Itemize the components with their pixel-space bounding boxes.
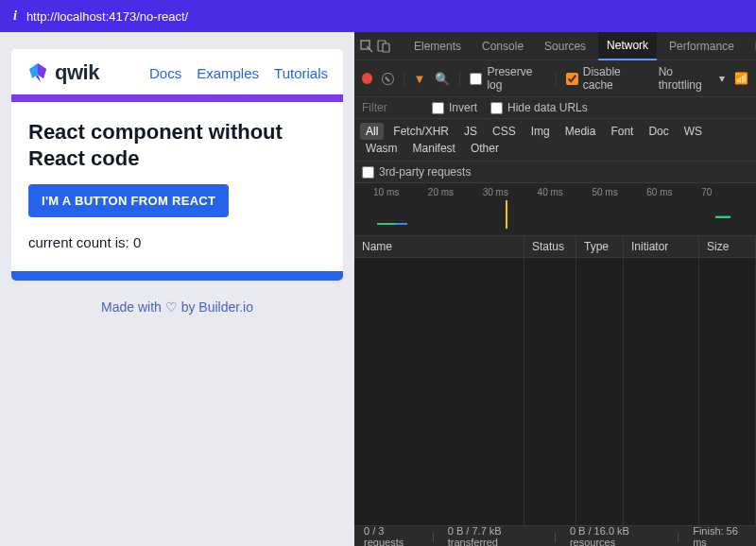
tick-50: 50 ms [592,187,646,197]
type-wasm[interactable]: Wasm [360,140,404,157]
network-status-bar: 0 / 3 requests| 0 B / 7.7 kB transferred… [354,525,756,546]
status-finish: Finish: 56 ms [693,525,747,547]
type-ws[interactable]: WS [679,123,708,140]
resource-type-filters: All Fetch/XHR JS CSS Img Media Font Doc … [354,119,756,162]
status-requests: 0 / 3 requests [364,525,419,547]
preserve-log-label: Preserve log [487,65,545,92]
tab-elements[interactable]: Elements [405,32,470,60]
tick-10: 10 ms [373,187,428,197]
timeline-bar-green [377,200,396,225]
type-font[interactable]: Font [605,123,639,140]
react-button[interactable]: I'M A BUTTON FROM REACT [28,184,229,217]
timeline-ticks: 10 ms 20 ms 30 ms 40 ms 50 ms 60 ms 70 [354,187,756,197]
timeline-bar-right: ▬▬ [715,212,730,236]
tab-sources[interactable]: Sources [536,32,594,60]
footer-accent-strip [11,271,343,281]
status-resources: 0 B / 16.0 kB resources [570,525,663,547]
type-doc[interactable]: Doc [643,123,674,140]
made-with-footer[interactable]: Made with ♡ by Builder.io [11,299,343,315]
third-party-row: 3rd-party requests [354,162,756,183]
type-js[interactable]: JS [458,123,483,140]
chevron-down-icon: ▾ [719,72,725,85]
count-text: current count is: 0 [28,234,326,250]
type-other[interactable]: Other [465,140,505,157]
throttling-label: No throttling [659,65,715,92]
tab-memory[interactable]: Memo [747,32,756,60]
header-accent-strip [11,94,343,102]
network-filter-row: Invert Hide data URLs [354,97,756,119]
timeline-bar-blue [396,200,407,225]
svg-rect-2 [383,43,389,52]
invert-checkbox[interactable]: Invert [432,101,477,114]
type-manifest[interactable]: Manifest [407,140,461,157]
inspect-icon[interactable] [360,39,373,54]
tick-70: 70 [701,187,756,197]
third-party-label: 3rd-party requests [379,165,471,179]
network-timeline[interactable]: 10 ms 20 ms 30 ms 40 ms 50 ms 60 ms 70 ▬… [354,183,756,236]
tab-network[interactable]: Network [598,32,657,60]
timeline-marker [506,200,507,229]
network-toolbar: ▼ 🔍 Preserve log Disable cache No thrott… [354,60,756,97]
col-type[interactable]: Type [576,236,624,257]
type-fetch-xhr[interactable]: Fetch/XHR [387,123,455,140]
qwik-logo[interactable]: qwik [26,60,99,85]
app-header: qwik Docs Examples Tutorials [11,49,343,94]
col-name[interactable]: Name [354,236,524,257]
url-text[interactable]: http://localhost:4173/no-react/ [26,9,188,24]
network-columns: Name Status Type Initiator Size [354,236,756,258]
qwik-logo-text: qwik [55,60,99,85]
card-body: React component without React code I'M A… [11,102,343,271]
network-rows-empty [354,258,756,525]
disable-cache-checkbox[interactable]: Disable cache [566,65,649,92]
search-icon[interactable]: 🔍 [435,72,450,86]
tick-40: 40 ms [538,187,593,197]
tab-performance[interactable]: Performance [661,32,743,60]
tab-console[interactable]: Console [473,32,532,60]
throttling-select[interactable]: No throttling ▾ [659,65,725,92]
qwik-logo-icon [26,61,49,84]
col-initiator[interactable]: Initiator [624,236,699,257]
filter-input[interactable] [362,101,419,114]
info-icon[interactable]: i [13,9,17,24]
status-transferred: 0 B / 7.7 kB transferred [448,525,541,547]
filter-icon[interactable]: ▼ [414,72,426,86]
record-icon[interactable] [362,73,372,84]
hide-data-urls-checkbox[interactable]: Hide data URLs [490,101,588,114]
clear-icon[interactable] [382,73,393,85]
device-icon[interactable] [377,39,390,54]
devtools-tabs: Elements Console Sources Network Perform… [354,32,756,60]
type-css[interactable]: CSS [487,123,522,140]
hide-data-urls-label: Hide data URLs [507,101,588,114]
page-viewport: qwik Docs Examples Tutorials React compo… [0,32,354,546]
tick-20: 20 ms [428,187,483,197]
header-nav: Docs Examples Tutorials [149,65,328,81]
page-title: React component without React code [28,119,326,171]
col-size[interactable]: Size [699,236,756,257]
nav-tutorials[interactable]: Tutorials [274,65,328,81]
devtools-panel: Elements Console Sources Network Perform… [354,32,756,546]
wifi-icon[interactable]: 📶 [734,72,748,85]
tick-30: 30 ms [483,187,538,197]
col-status[interactable]: Status [524,236,576,257]
type-media[interactable]: Media [559,123,602,140]
nav-examples[interactable]: Examples [197,65,259,81]
type-all[interactable]: All [360,123,384,140]
invert-label: Invert [449,101,477,114]
app-card: qwik Docs Examples Tutorials React compo… [11,49,343,281]
nav-docs[interactable]: Docs [149,65,181,81]
type-img[interactable]: Img [525,123,556,140]
tick-60: 60 ms [646,187,701,197]
preserve-log-checkbox[interactable]: Preserve log [470,65,545,92]
browser-address-bar: i http://localhost:4173/no-react/ [0,0,756,32]
third-party-checkbox[interactable]: 3rd-party requests [362,165,748,179]
disable-cache-label: Disable cache [583,65,649,92]
